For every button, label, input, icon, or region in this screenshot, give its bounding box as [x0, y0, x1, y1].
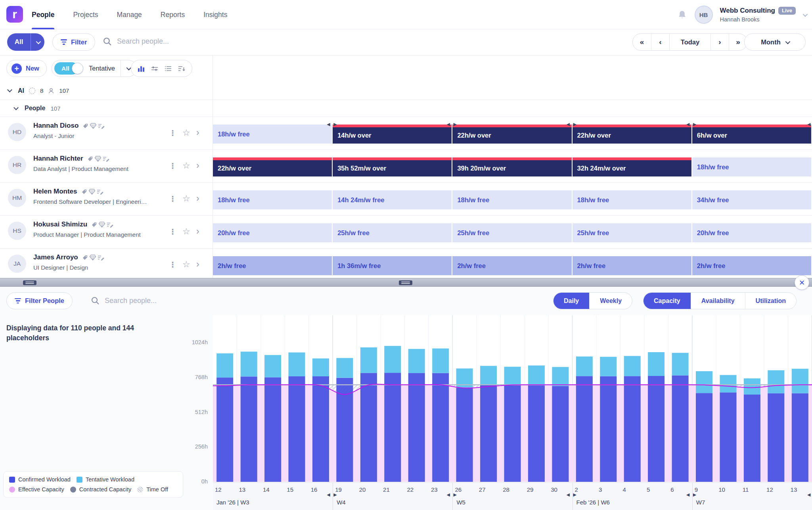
week-scroll-right-icon[interactable]: ▶ — [333, 492, 337, 497]
person-row-helen-montes[interactable]: HMHelen MontesFrontend Software Develope… — [0, 183, 812, 216]
chevron-right-icon[interactable]: › — [196, 259, 199, 269]
close-panel-button[interactable]: ✕ — [795, 275, 809, 290]
capacity-cell[interactable]: 25h/w free — [573, 223, 691, 242]
avatar[interactable]: HR — [8, 156, 26, 174]
avatar[interactable]: HS — [8, 222, 26, 240]
list-icon[interactable] — [165, 65, 172, 72]
avatar[interactable]: HM — [8, 189, 26, 207]
capacity-cell[interactable]: 2h/w free — [692, 256, 811, 275]
sort-list-icon[interactable] — [178, 65, 186, 72]
tab-insights[interactable]: Insights — [203, 0, 227, 29]
person-row-james-arroyo[interactable]: JAJames ArroyoUI Designer | Design⋮☆›2h/… — [0, 249, 812, 278]
person-row-hokusai-shimizu[interactable]: HSHokusai ShimizuProduct Manager | Produ… — [0, 216, 812, 249]
filter-button[interactable]: Filter — [52, 33, 95, 51]
week-scroll-left-icon[interactable]: ◀ — [327, 492, 330, 497]
week-scroll-left-icon[interactable]: ◀ — [567, 122, 570, 127]
person-name[interactable]: Hannah Richter — [33, 155, 109, 163]
pager-next-button[interactable]: › — [710, 34, 729, 50]
week-scroll-right-icon[interactable]: ▶ — [333, 122, 337, 127]
capacity-cell[interactable]: 20h/w free — [213, 223, 332, 242]
bar-chart-icon[interactable] — [138, 65, 145, 72]
pager-first-button[interactable]: « — [633, 34, 651, 50]
tab-projects[interactable]: Projects — [73, 0, 98, 29]
account-chevron-down-icon[interactable] — [803, 12, 808, 17]
person-row-hannah-richter[interactable]: HRHannah RichterData Analyst | Product M… — [0, 150, 812, 183]
capacity-cell[interactable]: 2h/w free — [213, 256, 332, 275]
collapse-chevron-icon[interactable] — [13, 105, 19, 110]
kebab-menu-icon[interactable]: ⋮ — [169, 194, 176, 203]
chevron-right-icon[interactable]: › — [196, 226, 199, 236]
toggle-knob[interactable] — [72, 63, 83, 74]
tab-people[interactable]: People — [32, 0, 54, 29]
capacity-cell[interactable]: 22h/w over — [213, 157, 332, 176]
team-group-row[interactable]: AI 8 107 — [0, 82, 812, 100]
tab-weekly[interactable]: Weekly — [589, 293, 632, 309]
week-scroll-right-icon[interactable]: ▶ — [573, 122, 577, 127]
capacity-cell[interactable]: 18h/w free — [213, 190, 332, 209]
avatar[interactable]: HD — [8, 123, 26, 141]
kebab-menu-icon[interactable]: ⋮ — [169, 227, 176, 236]
capacity-cell[interactable]: 18h/w free — [452, 190, 571, 209]
week-scroll-left-icon[interactable]: ◀ — [686, 122, 690, 127]
week-scroll-right-icon[interactable]: ▶ — [693, 122, 697, 127]
week-scroll-left-icon[interactable]: ◀ — [327, 122, 330, 127]
star-icon[interactable]: ☆ — [182, 128, 190, 138]
capacity-cell[interactable]: 22h/w over — [573, 125, 691, 144]
capacity-cell[interactable]: 22h/w over — [452, 125, 571, 144]
kebab-menu-icon[interactable]: ⋮ — [169, 260, 176, 269]
tab-reports[interactable]: Reports — [161, 0, 185, 29]
splitter-grip[interactable] — [23, 280, 36, 285]
capacity-cell[interactable]: 6h/w over — [692, 125, 811, 144]
kebab-menu-icon[interactable]: ⋮ — [169, 128, 176, 138]
week-scroll-left-icon[interactable]: ◀ — [446, 122, 450, 127]
people-group-row[interactable]: People 107 — [0, 100, 812, 117]
week-scroll-left-icon[interactable]: ◀ — [807, 492, 811, 497]
week-scroll-right-icon[interactable]: ▶ — [453, 122, 457, 127]
chevron-right-icon[interactable]: › — [196, 161, 199, 170]
sliders-icon[interactable] — [151, 65, 158, 72]
view-granularity-select[interactable]: Month — [744, 33, 806, 51]
capacity-cell[interactable]: 14h 24m/w free — [333, 190, 452, 209]
capacity-cell[interactable]: 1h 36m/w free — [333, 256, 452, 275]
chevron-right-icon[interactable]: › — [196, 194, 199, 203]
capacity-cell[interactable]: 20h/w free — [692, 223, 811, 242]
collapse-chevron-icon[interactable] — [7, 87, 12, 92]
search-input[interactable] — [117, 37, 248, 46]
pager-prev-button[interactable]: ‹ — [651, 34, 669, 50]
tentative-toggle[interactable]: All Tentative — [52, 60, 137, 77]
person-name[interactable]: James Arroyo — [33, 253, 104, 261]
week-scroll-right-icon[interactable]: ▶ — [453, 492, 457, 497]
person-row-hannah-dioso[interactable]: HDHannah DiosoAnalyst - Junior⋮☆›18h/w f… — [0, 117, 812, 150]
star-icon[interactable]: ☆ — [182, 226, 190, 237]
capacity-cell[interactable]: 39h 20m/w over — [452, 157, 571, 176]
tab-utilization[interactable]: Utilization — [745, 293, 796, 309]
user-avatar[interactable]: HB — [695, 6, 713, 24]
kebab-menu-icon[interactable]: ⋮ — [169, 161, 176, 171]
filter-people-button[interactable]: Filter People — [6, 292, 73, 309]
week-scroll-left-icon[interactable]: ◀ — [807, 122, 811, 127]
week-scroll-left-icon[interactable]: ◀ — [567, 492, 570, 497]
capacity-cell[interactable]: 25h/w free — [333, 223, 452, 242]
new-button[interactable]: + New — [6, 60, 47, 77]
account-info[interactable]: Webb Consulting Live Hannah Brooks — [720, 6, 796, 23]
star-icon[interactable]: ☆ — [182, 161, 190, 171]
capacity-cell[interactable]: 18h/w free — [692, 157, 811, 176]
bell-icon[interactable] — [677, 10, 688, 20]
panel-search-input[interactable] — [105, 297, 236, 305]
capacity-cell[interactable]: 2h/w free — [452, 256, 571, 275]
star-icon[interactable]: ☆ — [182, 259, 190, 270]
tab-manage[interactable]: Manage — [117, 0, 142, 29]
scope-dropdown-button[interactable]: All — [7, 33, 44, 51]
person-name[interactable]: Hannah Dioso — [33, 122, 105, 130]
capacity-cell[interactable]: 14h/w over — [333, 125, 452, 144]
avatar[interactable]: JA — [8, 255, 26, 273]
capacity-cell[interactable]: 32h 24m/w over — [573, 157, 691, 176]
pager-today-button[interactable]: Today — [669, 34, 710, 50]
person-name[interactable]: Hokusai Shimizu — [33, 220, 113, 228]
capacity-cell[interactable]: 25h/w free — [452, 223, 571, 242]
week-scroll-left-icon[interactable]: ◀ — [446, 492, 450, 497]
week-scroll-right-icon[interactable]: ▶ — [573, 492, 577, 497]
panel-splitter[interactable] — [0, 278, 812, 287]
week-scroll-right-icon[interactable]: ▶ — [693, 492, 697, 497]
week-scroll-left-icon[interactable]: ◀ — [686, 492, 690, 497]
